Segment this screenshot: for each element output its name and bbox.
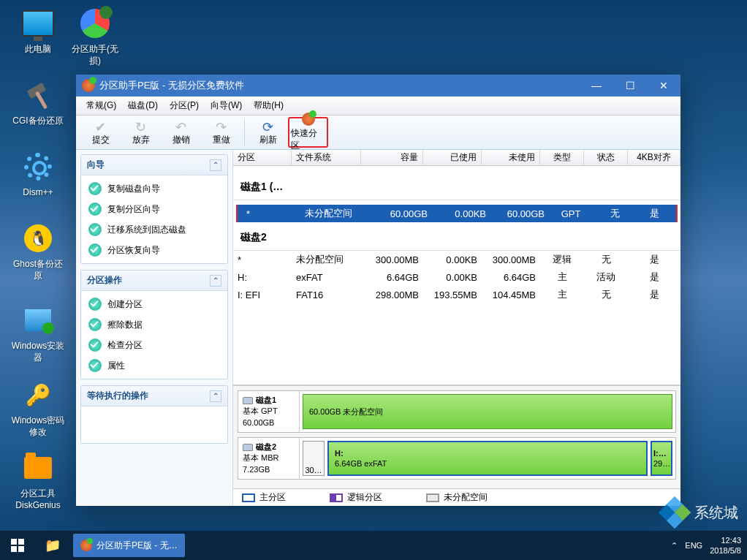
grid-body: 磁盘1 (… * 未分配空间 60.00GB 0.00KB 60.00GB GP…	[233, 166, 680, 385]
watermark-logo	[661, 499, 689, 526]
menu-partition[interactable]: 分区(P)	[164, 97, 205, 114]
panel-operations: 分区操作⌃ 创建分区 擦除数据 检查分区 属性	[80, 270, 228, 379]
toolbar-refresh[interactable]: ⟳刷新	[248, 117, 288, 148]
toolbar: ✔提交 ↻放弃 ↶撤销 ↷重做 ⟳刷新 快速分区	[76, 116, 680, 150]
desktop-icon-ghost[interactable]: 🐧 Ghost备份还原	[10, 221, 66, 281]
desktop-icon-label: 分区助手(无损)	[67, 44, 123, 67]
system-tray: ⌃ ENG 12:43 2018/5/8	[671, 535, 747, 556]
col-4k-align[interactable]: 4KB对齐	[628, 150, 680, 165]
titlebar[interactable]: 分区助手PE版 - 无损分区免费软件 — ☐ ✕	[76, 75, 680, 97]
op-item-icon	[88, 359, 102, 372]
wizard-item-icon	[88, 223, 102, 236]
wizard-item-icon	[88, 182, 102, 195]
app-icon	[82, 79, 95, 92]
op-properties[interactable]: 属性	[84, 355, 224, 376]
menu-general[interactable]: 常规(G)	[80, 97, 122, 114]
watermark: 系统城	[661, 499, 738, 526]
quick-partition-icon	[302, 113, 315, 126]
partition-bar-unallocated[interactable]: 60.00GB 未分配空间	[303, 394, 672, 429]
penguin-icon: 🐧	[24, 224, 52, 252]
refresh-icon: ⟳	[262, 119, 273, 132]
wizard-copy-partition[interactable]: 复制分区向导	[84, 199, 224, 219]
taskbar-app[interactable]: 分区助手PE版 - 无…	[73, 534, 185, 557]
col-filesystem[interactable]: 文件系统	[292, 150, 361, 165]
hammer-icon	[23, 80, 53, 110]
col-capacity[interactable]: 容量	[361, 150, 423, 165]
folder-icon	[24, 457, 52, 479]
desktop-icon-label: Ghost备份还原	[10, 259, 66, 281]
col-partition[interactable]: 分区	[233, 150, 292, 165]
tray-up-icon[interactable]: ⌃	[671, 541, 678, 550]
toolbar-separator	[244, 119, 245, 145]
maximize-button[interactable]: ☐	[613, 75, 647, 97]
desktop-icon-win-password[interactable]: 🔑 Windows密码修改	[10, 377, 66, 438]
toolbar-quick-partition[interactable]: 快速分区	[288, 117, 328, 148]
pie-icon	[80, 9, 110, 38]
desktop-icon-cgi-backup[interactable]: CGI备份还原	[10, 77, 66, 127]
wizard-copy-disk[interactable]: 复制磁盘向导	[84, 178, 224, 199]
table-row[interactable]: H: exFAT 6.64GB 0.00KB 6.64GB 主 活动 是	[233, 268, 680, 286]
windows-icon	[25, 309, 51, 331]
menu-disk[interactable]: 磁盘(D)	[122, 97, 164, 114]
wizard-item-icon	[88, 243, 102, 257]
wizard-recover-partition[interactable]: 分区恢复向导	[84, 240, 224, 260]
table-row[interactable]: * 未分配空间 60.00GB 0.00KB 60.00GB GPT 无 是	[238, 205, 676, 222]
desktop-icon-this-pc[interactable]: 此电脑	[10, 6, 66, 56]
menu-help[interactable]: 帮助(H)	[248, 97, 289, 114]
collapse-icon[interactable]: ⌃	[210, 159, 221, 171]
collapse-icon[interactable]: ⌃	[210, 275, 221, 287]
table-row[interactable]: I: EFI FAT16 298.00MB 193.55MB 104.45MB …	[233, 286, 680, 303]
wizard-migrate-ssd[interactable]: 迁移系统到固态磁盘	[84, 219, 224, 240]
svg-rect-0	[11, 539, 17, 545]
desktop-icon-partition-assistant[interactable]: 分区助手(无损)	[67, 6, 123, 67]
col-status[interactable]: 状态	[584, 150, 628, 165]
panel-pending: 等待执行的操作⌃	[80, 385, 228, 444]
disk1-header[interactable]: 磁盘1 (…	[233, 166, 680, 200]
partition-bar-unallocated[interactable]: 30…	[303, 441, 325, 476]
col-unused[interactable]: 未使用	[482, 150, 540, 165]
disk-info: 磁盘2 基本 MBR 7.23GB	[238, 438, 300, 479]
panel-pending-header[interactable]: 等待执行的操作⌃	[81, 386, 227, 406]
legend: 主分区 逻辑分区 未分配空间	[233, 488, 680, 506]
panel-operations-header[interactable]: 分区操作⌃	[81, 270, 227, 291]
partition-bar-primary[interactable]: I:… 29…	[651, 441, 672, 476]
desktop-icon-win-installer[interactable]: Windows安装器	[10, 303, 66, 363]
left-panel: 向导⌃ 复制磁盘向导 复制分区向导 迁移系统到固态磁盘 分区恢复向导 分区操作⌃…	[76, 150, 233, 506]
desktop-icon-label: 分区工具DiskGenius	[10, 488, 66, 511]
menu-wizard[interactable]: 向导(W)	[205, 97, 248, 114]
disk-map-2[interactable]: 磁盘2 基本 MBR 7.23GB 30… H: 6.64GB exFAT	[238, 437, 676, 480]
app-window: 分区助手PE版 - 无损分区免费软件 — ☐ ✕ 常规(G) 磁盘(D) 分区(…	[76, 75, 680, 506]
panel-wizard-header[interactable]: 向导⌃	[81, 155, 227, 175]
col-type[interactable]: 类型	[540, 150, 584, 165]
partition-bar-primary[interactable]: H: 6.64GB exFAT	[327, 441, 648, 476]
start-button[interactable]	[0, 531, 35, 560]
windows-logo-icon	[11, 539, 24, 552]
toolbar-discard[interactable]: ↻放弃	[121, 117, 161, 148]
op-wipe-data[interactable]: 擦除数据	[84, 314, 224, 335]
minimize-button[interactable]: —	[580, 75, 613, 97]
taskbar-file-explorer[interactable]: 📁	[35, 531, 70, 560]
panel-wizard: 向导⌃ 复制磁盘向导 复制分区向导 迁移系统到固态磁盘 分区恢复向导	[80, 154, 228, 264]
op-create-partition[interactable]: 创建分区	[84, 294, 224, 314]
tray-language[interactable]: ENG	[685, 541, 702, 550]
disk-map-1[interactable]: 磁盘1 基本 GPT 60.00GB 60.00GB 未分配空间	[238, 390, 676, 433]
disk2-header[interactable]: 磁盘2	[233, 227, 680, 251]
op-item-icon	[88, 318, 102, 331]
disk-info: 磁盘1 基本 GPT 60.00GB	[238, 391, 300, 432]
desktop-icon-label: 此电脑	[10, 44, 66, 56]
toolbar-commit[interactable]: ✔提交	[80, 117, 121, 148]
desktop-icon-label: Dism++	[10, 187, 66, 199]
close-button[interactable]: ✕	[647, 75, 680, 97]
disk-icon	[243, 444, 253, 451]
op-check-partition[interactable]: 检查分区	[84, 335, 224, 355]
op-item-icon	[88, 338, 102, 352]
col-used[interactable]: 已使用	[423, 150, 482, 165]
table-row[interactable]: * 未分配空间 300.00MB 0.00KB 300.00MB 逻辑 无 是	[233, 251, 680, 268]
toolbar-undo[interactable]: ↶撤销	[161, 117, 201, 148]
toolbar-redo[interactable]: ↷重做	[201, 117, 241, 148]
desktop-icon-diskgenius[interactable]: 分区工具DiskGenius	[10, 450, 66, 511]
desktop-icon-dism[interactable]: Dism++	[10, 149, 66, 199]
legend-primary: 主分区	[242, 491, 286, 504]
collapse-icon[interactable]: ⌃	[210, 390, 221, 402]
tray-clock[interactable]: 12:43 2018/5/8	[710, 535, 741, 556]
